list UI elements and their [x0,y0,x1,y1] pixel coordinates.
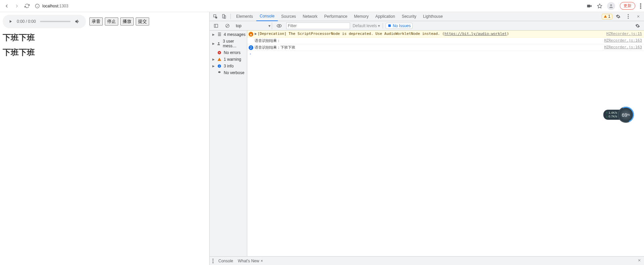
reload-button[interactable] [23,2,31,10]
svg-point-14 [628,18,629,19]
settings-gear-icon[interactable] [614,12,622,21]
svg-point-5 [610,4,612,6]
camera-icon[interactable] [587,4,592,8]
tab-security[interactable]: Security [398,12,420,21]
sidebar-item-user[interactable]: ▶3 user mess… [210,38,247,49]
svg-point-6 [640,3,641,5]
console-settings-icon[interactable] [633,21,642,30]
tab-network[interactable]: Network [299,12,321,21]
address-bar[interactable]: localhost:1303 [35,4,68,8]
drawer-tab-whatsnew[interactable]: What's New × [238,259,263,263]
play-icon[interactable] [8,19,13,24]
close-devtools-icon[interactable] [634,12,643,21]
console-output: ▲ ▶ [Deprecation] The ScriptProcessorNod… [247,31,644,256]
sidebar-item-messages[interactable]: ▶☰4 messages [210,31,247,38]
console-prompt[interactable]: › [247,51,644,57]
svg-point-12 [628,14,629,15]
svg-point-27 [218,71,221,73]
svg-point-8 [640,7,641,9]
url-text: localhost:1303 [42,4,68,8]
volume-icon[interactable] [75,18,81,24]
devtools-panel: Elements Console Sources Network Perform… [209,12,644,265]
sidebar-toggle-icon[interactable] [212,21,220,30]
usage-gauge: 69% [618,107,634,123]
tab-performance[interactable]: Performance [321,12,351,21]
svg-point-22 [218,42,219,44]
play-button[interactable]: 播放 [120,17,134,25]
sidebar-item-warnings[interactable]: ▶1 warning [210,56,247,63]
menu-dots-icon[interactable] [640,3,641,9]
console-sidebar: ▶☰4 messages ▶3 user mess… No errors ▶1 … [210,31,247,256]
svg-point-28 [213,259,214,260]
drawer-tab-console[interactable]: Console [218,259,233,263]
drawer-menu-icon[interactable] [212,259,214,263]
browser-toolbar: localhost:1303 更新 [0,0,644,12]
message-text: 语音识别结果：下班下班 [255,45,604,50]
svg-rect-26 [219,65,220,65]
svg-point-29 [213,260,214,261]
tab-memory[interactable]: Memory [351,12,372,21]
sidebar-item-info[interactable]: ▶3 info [210,63,247,69]
svg-point-13 [628,16,629,17]
console-toolbar: top▾ Default levels ▾ No Issues [210,21,644,31]
svg-line-18 [226,24,229,27]
live-expression-icon[interactable] [275,21,284,30]
devtools-tabbar: Elements Console Sources Network Perform… [210,12,644,21]
audio-player[interactable]: 0:00 / 0:00 [3,15,86,28]
info-icon [35,4,40,8]
repeat-count-badge: 2 [249,45,253,50]
network-monitor-widget[interactable]: ↑1.4K/s ↓0.7K/s 69% [603,107,634,123]
stop-button[interactable]: 停止 [105,17,118,25]
result-heading-2: 下班下班 [3,47,207,58]
expand-arrow-icon[interactable]: ▶ [255,32,257,37]
divider [383,23,383,29]
context-selector[interactable]: top▾ [234,22,272,29]
record-button[interactable]: 录音 [89,17,103,25]
update-button[interactable]: 更新 [620,2,635,10]
drawer-close-icon[interactable] [637,258,641,263]
close-icon[interactable]: × [261,259,263,263]
profile-avatar[interactable] [607,2,615,10]
bookmark-star-icon[interactable] [597,3,602,9]
warning-count-badge[interactable]: 1 [602,14,612,19]
svg-marker-4 [597,4,602,8]
tab-sources[interactable]: Sources [278,12,299,21]
inspect-icon[interactable] [211,12,220,21]
svg-point-7 [640,5,641,7]
audio-time: 0:00 / 0:00 [17,19,36,24]
deprecation-link[interactable]: https://bit.ly/audio-worklet [444,32,507,36]
message-text: 语音识别结果： [255,38,604,43]
sidebar-item-verbose[interactable]: No verbose [210,69,247,76]
tab-lighthouse[interactable]: Lighthouse [420,12,446,21]
log-levels-selector[interactable]: Default levels ▾ [353,23,380,28]
warning-icon: ▲ [249,32,253,37]
source-link[interactable]: HZRecorder.js:163 [604,45,642,50]
tab-console[interactable]: Console [256,12,278,21]
message-text: [Deprecation] The ScriptProcessorNode is… [258,32,606,37]
audio-seek-slider[interactable] [40,21,71,22]
issues-chip[interactable]: No Issues [386,23,413,29]
submit-button[interactable]: 提交 [136,17,149,25]
device-toggle-icon[interactable] [220,12,228,21]
devtools-drawer: Console What's New × [210,256,644,265]
tab-application[interactable]: Application [372,12,398,21]
tab-elements[interactable]: Elements [233,12,256,21]
svg-point-20 [278,25,280,26]
clear-console-icon[interactable] [223,21,232,30]
more-dots-icon[interactable] [624,12,633,21]
svg-rect-15 [214,24,218,27]
forward-button[interactable] [13,2,21,10]
source-link[interactable]: HZRecorder.js:15 [606,32,642,37]
sidebar-item-errors[interactable]: No errors [210,49,247,56]
console-message-warning[interactable]: ▲ ▶ [Deprecation] The ScriptProcessorNod… [247,31,644,38]
source-link[interactable]: HZRecorder.js:163 [604,38,642,43]
page-content: 0:00 / 0:00 录音 停止 播放 提交 下班下班 下班下班 [0,12,209,265]
svg-point-30 [213,262,214,263]
filter-input[interactable] [286,22,350,29]
console-message[interactable]: 语音识别结果： HZRecorder.js:163 [247,38,644,44]
divider [230,14,231,19]
result-heading-1: 下班下班 [3,32,207,43]
svg-rect-3 [587,5,590,7]
console-message[interactable]: 2 语音识别结果：下班下班 HZRecorder.js:163 [247,44,644,51]
back-button[interactable] [3,2,11,10]
